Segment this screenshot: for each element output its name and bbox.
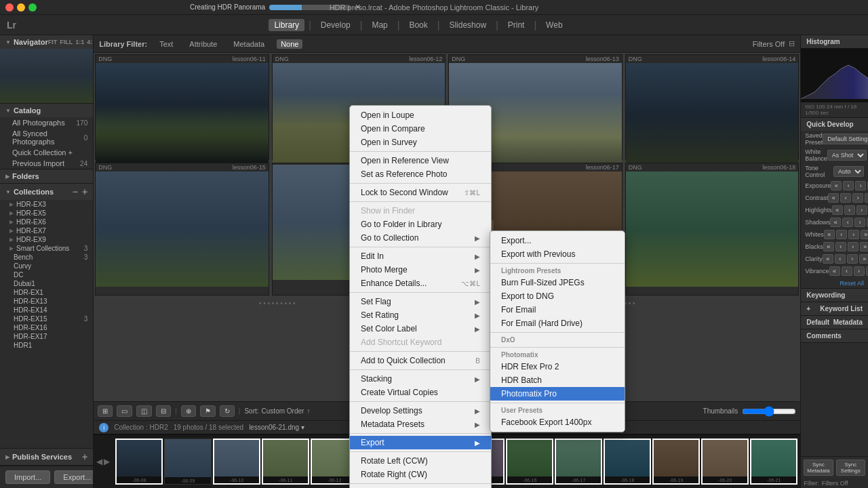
export-hdr-batch[interactable]: HDR Batch [490, 373, 625, 387]
ctx-sep-4 [350, 247, 491, 247]
ctx-sep-10 [350, 451, 491, 452]
ctx-sep-11 [350, 483, 491, 484]
ctx-metadata-presets[interactable]: Metadata Presets ▶ [350, 418, 491, 431]
ctx-sep-3 [350, 201, 491, 202]
ctx-open-survey[interactable]: Open in Survey [350, 136, 491, 149]
ctx-reference-view[interactable]: Open in Reference View [350, 154, 491, 167]
ctx-set-rating[interactable]: Set Rating ▶ [350, 308, 491, 322]
export-photomatix-label: Photomatix [490, 350, 625, 360]
ctx-enhance-details[interactable]: Enhance Details... ⌥⌘L [350, 277, 491, 290]
ctx-sep-9 [350, 433, 491, 434]
export-for-email[interactable]: For Email [490, 303, 625, 317]
ctx-open-compare[interactable]: Open in Compare [350, 122, 491, 136]
export-for-email-hd[interactable]: For Email (Hard Drive) [490, 317, 625, 330]
ctx-add-shortcut-keyword: Add Shortcut Keyword [350, 336, 491, 349]
export-dxo-label: DxO [490, 335, 625, 345]
ctx-lock-second-window[interactable]: Lock to Second Window ⇧⌘L [350, 186, 491, 199]
export-to-dng[interactable]: Export to DNG [490, 289, 625, 303]
export-export[interactable]: Export... [490, 234, 625, 247]
export-submenu: Export... Export with Previous Lightroom… [490, 230, 625, 432]
ctx-sep-2 [350, 183, 491, 184]
ctx-set-color-label[interactable]: Set Color Label ▶ [350, 322, 491, 336]
export-sep-2 [490, 332, 625, 333]
ctx-go-folder[interactable]: Go to Folder in Library [350, 218, 491, 231]
context-menu-overlay: Open in Loupe Open in Compare Open in Su… [0, 0, 868, 488]
main-context-menu: Open in Loupe Open in Compare Open in Su… [349, 105, 492, 488]
export-facebook[interactable]: Facebook Export 1400px [490, 415, 625, 429]
export-sep-4 [490, 403, 625, 403]
ctx-show-finder: Show in Finder [350, 204, 491, 218]
ctx-edit-in[interactable]: Edit In ▶ [350, 249, 491, 263]
export-sep-1 [490, 263, 625, 264]
ctx-virtual-copies[interactable]: Create Virtual Copies [350, 386, 491, 399]
export-lightroom-label: Lightroom Presets [490, 266, 625, 276]
export-burn-jpegs[interactable]: Burn Full-Sized JPEGs [490, 276, 625, 289]
ctx-rotate-right[interactable]: Rotate Right (CW) [350, 468, 491, 481]
export-user-label: User Presets [490, 405, 625, 415]
ctx-sep-6 [350, 351, 491, 352]
export-with-previous[interactable]: Export with Previous [490, 247, 625, 261]
export-photomatix-pro[interactable]: Photomatix Pro [490, 387, 625, 401]
ctx-open-loupe[interactable]: Open in Loupe [350, 108, 491, 122]
ctx-sep-8 [350, 401, 491, 402]
ctx-set-flag[interactable]: Set Flag ▶ [350, 295, 491, 308]
ctx-sep-5 [350, 292, 491, 293]
ctx-develop-settings[interactable]: Develop Settings ▶ [350, 404, 491, 418]
ctx-sep-7 [350, 369, 491, 370]
ctx-photo-merge[interactable]: Photo Merge ▶ [350, 263, 491, 277]
ctx-export[interactable]: Export ▶ [350, 436, 491, 449]
ctx-go-collection[interactable]: Go to Collection ▶ [350, 231, 491, 245]
ctx-sep-1 [350, 151, 491, 152]
ctx-reference-photo[interactable]: Set as Reference Photo [350, 167, 491, 181]
export-hdr-efex[interactable]: HDR Efex Pro 2 [490, 360, 625, 373]
ctx-rotate-left[interactable]: Rotate Left (CCW) [350, 454, 491, 468]
export-sep-3 [490, 347, 625, 348]
ctx-stacking[interactable]: Stacking ▶ [350, 372, 491, 386]
ctx-add-quick-collection[interactable]: Add to Quick Collection B [350, 354, 491, 367]
